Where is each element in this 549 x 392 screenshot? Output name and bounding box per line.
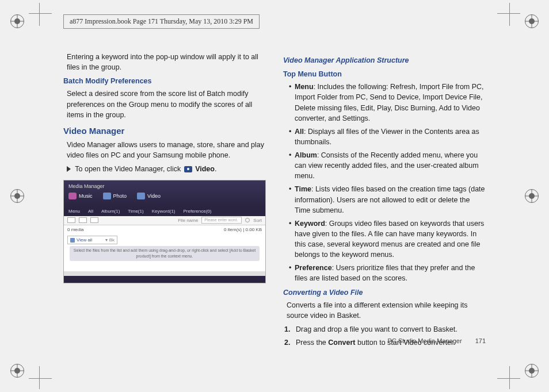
ss-tab-video: Video [137, 193, 161, 200]
ss-menu-item: Time(1) [128, 208, 143, 215]
heading-video-manager: Video Manager [63, 125, 266, 137]
right-column: Video Manager Application Structure Top … [283, 52, 486, 346]
bullet-preference-label: Preference [295, 264, 332, 272]
page-header: a877 Impression.book Page 171 Thursday, … [63, 14, 260, 29]
crop-mark-icon [29, 3, 52, 26]
ss-menu-item: Keyword(1) [152, 208, 176, 215]
vm-open-suffix: . [215, 165, 216, 173]
toolbar-button-icon [79, 217, 87, 223]
page-content: Entering a keyword into the pop-up windo… [63, 52, 486, 346]
video-icon [184, 166, 192, 172]
registration-mark-icon [525, 364, 539, 378]
toolbar-button-icon [67, 217, 75, 223]
ss-bk-label: Bk [109, 237, 115, 243]
batch-body: Select a desired score from the score li… [63, 89, 266, 120]
left-column: Entering a keyword into the pop-up windo… [63, 52, 266, 346]
bullet-menu-text: : Includes the following: Refresh, Impor… [295, 83, 484, 122]
ss-header: Media Manager Music Photo Video [64, 180, 265, 207]
step-1: Drag and drop a file you want to convert… [292, 324, 486, 335]
vm-open-line: To open the Video Manager, click Video. [63, 164, 266, 174]
registration-mark-icon [10, 364, 24, 378]
ss-tab-photo-label: Photo [113, 193, 127, 200]
step-2-bold: Convert [328, 339, 355, 347]
media-manager-screenshot: Media Manager Music Photo Video [63, 180, 266, 283]
bullet-keyword-label: Keyword [295, 220, 325, 228]
ss-search-box: Please enter word. [201, 217, 242, 224]
vm-open-prefix: To open the Video Manager, click [75, 165, 182, 173]
bullet-menu-label: Menu [295, 83, 314, 91]
ss-toolbar: File name Please enter word. Sort [64, 216, 265, 225]
heading-batch-modify: Batch Modify Preferences [63, 76, 266, 86]
ss-menu-item: Preference(0) [184, 208, 212, 215]
registration-mark-icon [10, 14, 24, 28]
video-tab-icon [137, 193, 145, 199]
footer-section: PC Studio Media Manager [388, 337, 462, 344]
ss-submenu: Menu All Album(1) Time(1) Keyword(1) Pre… [64, 207, 265, 216]
ss-menu-item: Album(1) [101, 208, 120, 215]
bullet-time: Time: Lists video files based on the cre… [289, 184, 486, 215]
heading-vmas: Video Manager Application Structure [283, 55, 486, 66]
bullet-menu: Menu: Includes the following: Refresh, I… [289, 82, 486, 124]
bullet-all: All: Displays all files of the Viewer in… [289, 126, 486, 147]
crop-mark-icon [497, 366, 520, 389]
ss-tabs: Music Photo Video [68, 193, 261, 200]
ss-tab-music-label: Music [79, 193, 93, 200]
crop-mark-icon [29, 366, 52, 389]
crop-mark-icon [497, 3, 520, 26]
music-icon [68, 193, 77, 199]
bullet-preference: Preference: Users prioritize files that … [289, 263, 486, 283]
bullet-time-label: Time [295, 185, 311, 193]
ss-body: 0 media 0 item(s) | 0.00 KB View all ▾ B… [64, 225, 265, 271]
photo-icon [103, 193, 111, 199]
toolbar-button-icon [90, 217, 98, 223]
heading-top-menu: Top Menu Button [283, 69, 486, 79]
page-footer: PC Studio Media Manager 171 [388, 337, 486, 346]
bullet-album-label: Album [295, 151, 317, 159]
vm-body: Video Manager allows users to manage, st… [63, 140, 266, 160]
bullet-album: Album: Consists of the Recently added me… [289, 150, 486, 181]
ss-title: Media Manager [68, 183, 261, 190]
ss-view-all-label: View all [77, 237, 92, 244]
ss-tab-music: Music [68, 193, 93, 200]
ss-tab-photo: Photo [103, 193, 127, 200]
search-icon [245, 218, 250, 222]
vm-open-label: Video [195, 165, 215, 173]
bullet-keyword: Keyword: Groups video files based on key… [289, 218, 486, 260]
bullet-all-text: : Displays all files of the Viewer in th… [295, 128, 479, 146]
ss-menu-item: Menu [68, 208, 80, 215]
footer-page-number: 171 [475, 337, 486, 344]
triangle-bullet-icon [67, 166, 71, 172]
ss-tab-video-label: Video [147, 193, 161, 200]
ss-menu-item: All [88, 208, 93, 215]
heading-converting: Converting a Video File [283, 287, 486, 298]
step-2-prefix: Press the [296, 339, 328, 347]
bullet-all-label: All [295, 128, 304, 136]
top-menu-bullets: Menu: Includes the following: Refresh, I… [289, 82, 486, 283]
intro-text: Entering a keyword into the pop-up windo… [63, 52, 266, 72]
ss-hint-text: Select the files from the list and add t… [70, 246, 260, 261]
registration-mark-icon [10, 189, 24, 203]
ss-toolbar-filename: File name [178, 217, 198, 224]
registration-mark-icon [525, 189, 539, 203]
bullet-album-text: : Consists of the Recently added menu, w… [295, 151, 479, 180]
folder-icon [70, 238, 75, 243]
ss-sort-label: Sort [253, 217, 262, 224]
registration-mark-icon [525, 14, 539, 28]
convert-body: Converts a file into a different extensi… [283, 300, 486, 321]
ss-view-all: View all ▾ Bk [67, 236, 117, 245]
bullet-time-text: : Lists video files based on the creatio… [295, 185, 485, 214]
ss-bottom-bar [64, 276, 265, 283]
